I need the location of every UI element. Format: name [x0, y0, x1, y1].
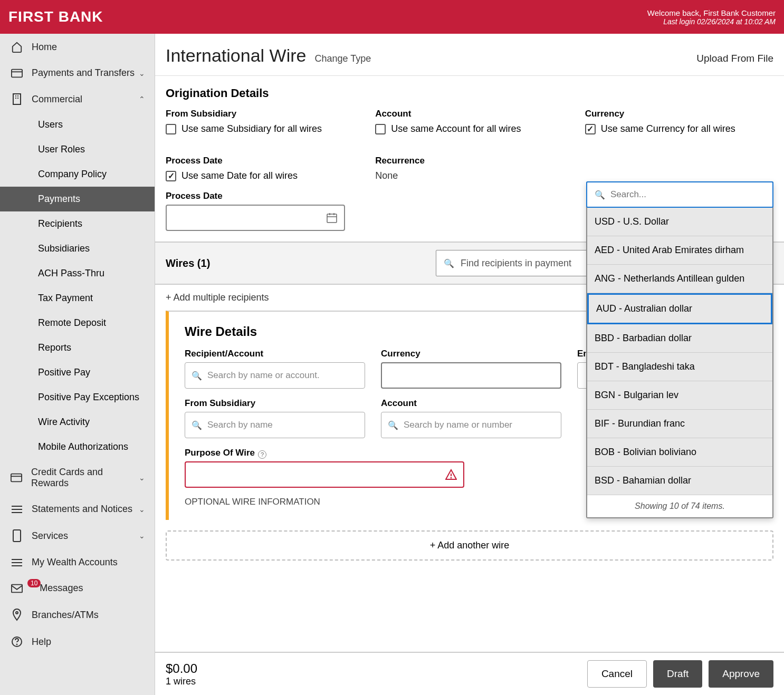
chevron-down-icon: ⌄ — [139, 532, 145, 540]
device-icon — [9, 529, 24, 542]
nav-statements[interactable]: Statements and Notices ⌄ — [0, 496, 155, 522]
page-title: International Wire — [166, 45, 306, 66]
same-date-checkbox[interactable] — [166, 171, 176, 181]
nav-mobile-auth[interactable]: Mobile Authorizations — [0, 435, 155, 459]
account-field-label: Account — [381, 398, 561, 409]
process-date-sublabel: Process Date — [166, 191, 354, 201]
svg-rect-2 — [13, 94, 21, 104]
warning-icon — [445, 469, 457, 480]
last-login-text: Last login 02/26/2024 at 10:02 AM — [647, 17, 776, 26]
card-icon — [9, 473, 24, 482]
add-another-wire-button[interactable]: + Add another wire — [166, 530, 773, 561]
nav-company-policy[interactable]: Company Policy — [0, 162, 155, 187]
welcome-text: Welcome back, First Bank Customer — [647, 8, 776, 17]
nav-payments[interactable]: Payments — [0, 187, 155, 211]
currency-option-bbd[interactable]: BBD - Barbadian dollar — [587, 324, 772, 353]
app-header: FIRST BANK Welcome back, First Bank Cust… — [0, 0, 784, 34]
currency-search-input[interactable] — [610, 189, 765, 200]
account-input[interactable]: 🔍 Search by name or number — [381, 412, 561, 438]
recipient-input[interactable]: 🔍 Search by name or account. — [185, 362, 365, 389]
currency-option-aud[interactable]: AUD - Australian dollar — [587, 293, 772, 324]
svg-rect-16 — [12, 584, 22, 592]
currency-search[interactable]: 🔍 — [586, 181, 773, 208]
currency-option-usd[interactable]: USD - U.S. Dollar — [587, 208, 772, 236]
nav-ach-passthru[interactable]: ACH Pass-Thru — [0, 261, 155, 286]
upload-link[interactable]: Upload From File — [696, 53, 773, 64]
from-subsidiary-label: From Subsidiary — [166, 109, 354, 119]
footer-wire-count: 1 wires — [166, 676, 197, 687]
svg-rect-0 — [12, 69, 22, 77]
list-icon — [9, 558, 24, 567]
nav-commercial[interactable]: Commercial ⌃ — [0, 86, 155, 112]
purpose-label: Purpose Of Wire — [185, 448, 255, 458]
nav-messages[interactable]: 10 Messages — [0, 575, 155, 601]
nav-recipients[interactable]: Recipients — [0, 211, 155, 236]
chevron-down-icon: ⌄ — [139, 69, 145, 78]
card-icon — [9, 69, 24, 78]
currency-option-bgn[interactable]: BGN - Bulgarian lev — [587, 381, 772, 410]
nav-payments-transfers[interactable]: Payments and Transfers ⌄ — [0, 60, 155, 86]
nav-credit-cards[interactable]: Credit Cards and Rewards ⌄ — [0, 459, 155, 496]
approve-button[interactable]: Approve — [709, 660, 773, 688]
same-account-checkbox[interactable] — [375, 124, 386, 134]
help-icon[interactable]: ? — [258, 450, 266, 459]
draft-button[interactable]: Draft — [653, 660, 702, 688]
bank-logo: FIRST BANK — [8, 8, 103, 25]
section-title: Origination Details — [166, 86, 773, 100]
chevron-down-icon: ⌄ — [139, 505, 145, 514]
cancel-button[interactable]: Cancel — [587, 660, 647, 688]
footer-amount: $0.00 — [166, 661, 197, 676]
list-icon — [9, 505, 24, 514]
chevron-down-icon: ⌄ — [139, 474, 145, 482]
nav-positive-pay[interactable]: Positive Pay — [0, 360, 155, 385]
nav-services[interactable]: Services ⌄ — [0, 522, 155, 549]
search-icon: 🔍 — [192, 371, 202, 381]
currency-option-bsd[interactable]: BSD - Bahamian dollar — [587, 467, 772, 495]
nav-branches[interactable]: Branches/ATMs — [0, 601, 155, 629]
mail-icon — [9, 584, 24, 593]
currency-option-bdt[interactable]: BDT - Bangladeshi taka — [587, 353, 772, 381]
recurrence-label: Recurrence — [375, 156, 563, 166]
search-icon: 🔍 — [388, 420, 398, 430]
svg-point-17 — [16, 612, 18, 614]
nav-subsidiaries[interactable]: Subsidiaries — [0, 236, 155, 261]
same-currency-checkbox[interactable] — [585, 124, 596, 134]
change-type-link[interactable]: Change Type — [314, 53, 371, 64]
purpose-input[interactable] — [185, 461, 464, 488]
process-date-label: Process Date — [166, 156, 354, 166]
recurrence-value: None — [375, 170, 563, 181]
nav-wealth[interactable]: My Wealth Accounts — [0, 549, 155, 575]
currency-option-bif[interactable]: BIF - Burundian franc — [587, 410, 772, 438]
nav-help[interactable]: Help — [0, 629, 155, 655]
currency-label: Currency — [585, 109, 773, 119]
search-icon: 🔍 — [192, 420, 202, 430]
nav-wire-activity[interactable]: Wire Activity — [0, 410, 155, 435]
same-subsidiary-checkbox[interactable] — [166, 124, 176, 134]
page-header: International Wire Change Type Upload Fr… — [155, 34, 784, 76]
from-subsidiary-field-label: From Subsidiary — [185, 398, 365, 409]
currency-option-ang[interactable]: ANG - Netherlands Antillean gulden — [587, 265, 772, 293]
svg-rect-20 — [327, 214, 337, 223]
nav-reports[interactable]: Reports — [0, 335, 155, 360]
svg-rect-12 — [13, 530, 21, 542]
nav-tax-payment[interactable]: Tax Payment — [0, 286, 155, 311]
calendar-icon — [326, 212, 338, 224]
currency-option-bob[interactable]: BOB - Bolivian boliviano — [587, 438, 772, 467]
nav-remote-deposit[interactable]: Remote Deposit — [0, 311, 155, 335]
from-subsidiary-input[interactable]: 🔍 Search by name — [185, 412, 365, 438]
location-icon — [9, 609, 24, 621]
nav-positive-pay-exceptions[interactable]: Positive Pay Exceptions — [0, 385, 155, 410]
svg-rect-7 — [11, 474, 22, 482]
search-icon: 🔍 — [444, 258, 454, 268]
search-icon: 🔍 — [595, 190, 605, 200]
currency-input[interactable] — [381, 362, 561, 389]
currency-option-aed[interactable]: AED - United Arab Emirates dirham — [587, 236, 772, 265]
recipient-label: Recipient/Account — [185, 349, 365, 359]
process-date-input[interactable] — [166, 205, 345, 231]
account-label: Account — [375, 109, 563, 119]
nav-user-roles[interactable]: User Roles — [0, 137, 155, 162]
nav-home[interactable]: Home — [0, 34, 155, 60]
header-userinfo: Welcome back, First Bank Customer Last l… — [647, 8, 776, 26]
home-icon — [9, 41, 24, 53]
nav-users[interactable]: Users — [0, 112, 155, 137]
